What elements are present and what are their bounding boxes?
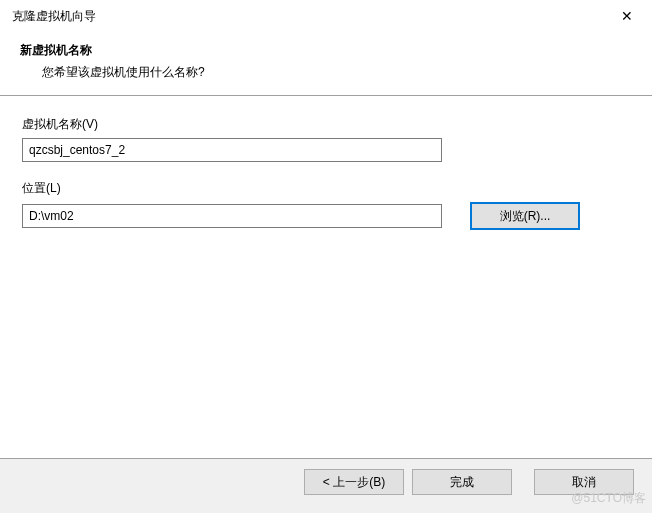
page-title: 新虚拟机名称: [20, 42, 652, 59]
finish-button[interactable]: 完成: [412, 469, 512, 495]
location-input[interactable]: [22, 204, 442, 228]
vm-name-label: 虚拟机名称(V): [22, 116, 630, 133]
close-icon[interactable]: ✕: [604, 0, 650, 32]
titlebar: 克隆虚拟机向导 ✕: [0, 0, 652, 32]
browse-button[interactable]: 浏览(R)...: [470, 202, 580, 230]
content-area: 虚拟机名称(V) 位置(L) 浏览(R)...: [0, 96, 652, 456]
vm-name-group: 虚拟机名称(V): [22, 116, 630, 162]
cancel-button[interactable]: 取消: [534, 469, 634, 495]
window-title: 克隆虚拟机向导: [12, 8, 96, 25]
page-subtitle: 您希望该虚拟机使用什么名称?: [20, 64, 652, 81]
location-group: 位置(L) 浏览(R)...: [22, 180, 630, 230]
wizard-header: 新虚拟机名称 您希望该虚拟机使用什么名称?: [0, 32, 652, 95]
vm-name-input[interactable]: [22, 138, 442, 162]
footer-bar: < 上一步(B) 完成 取消: [0, 459, 652, 513]
back-button[interactable]: < 上一步(B): [304, 469, 404, 495]
location-label: 位置(L): [22, 180, 630, 197]
location-row: 浏览(R)...: [22, 202, 630, 230]
